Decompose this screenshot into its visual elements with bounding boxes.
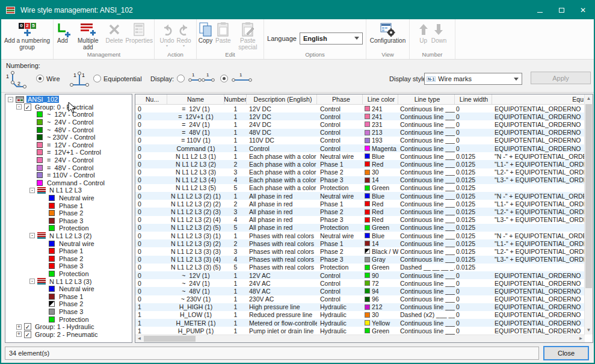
maximize-button[interactable] [550, 1, 572, 19]
vertical-scroll-thumb[interactable] [585, 104, 592, 288]
table-row[interactable]: 1H_HIGH (1)1High pressure lineHydraulic2… [135, 303, 585, 311]
add-button[interactable]: Add [54, 20, 72, 51]
table-row[interactable]: 0N L1 L2 L3 (5)5Each phase with a colorP… [135, 184, 585, 192]
table-row[interactable]: 1H_PUMP (1)1Pump inlet or drain lineHydr… [135, 327, 585, 335]
column-header-phase[interactable]: Phase [317, 94, 363, 104]
table-row[interactable]: 0N L1 L2 L3 (2) (2)2All phase in redPhas… [135, 200, 585, 208]
collapse-icon[interactable]: - [16, 104, 22, 110]
tree-item[interactable]: Neutral wire [5, 285, 132, 293]
wire-radio[interactable] [36, 75, 44, 82]
column-header-equipotential[interactable]: Equ [492, 94, 585, 104]
table-row[interactable]: 0N L1 L2 L3 (1)1Each phase with a colorN… [135, 152, 585, 160]
add-numbering-group-button[interactable]: 0 2 5 Add a numbering group [1, 20, 53, 51]
table-row[interactable]: 0N L1 L2 L3 (2) (4)4All phase in redPhas… [135, 216, 585, 224]
tree-item[interactable]: Phase 3 [5, 308, 132, 316]
display-one-mark-radio[interactable] [220, 75, 228, 82]
table-row[interactable]: 0N L1 L2 L3 (3) (4)4Phases with real col… [135, 256, 585, 264]
tree-item[interactable]: Phase 1 [5, 292, 132, 300]
tree-item[interactable]: = 12V - Control [5, 141, 132, 149]
vertical-scrollbar[interactable]: ▲ ▼ [584, 94, 593, 335]
collapse-icon[interactable]: - [29, 188, 35, 193]
display-style-select[interactable]: N-1 Wire marks [424, 73, 522, 85]
tree-item[interactable]: Phase 2 [5, 209, 132, 217]
tree-item[interactable]: Neutral wire [5, 239, 132, 247]
equipotential-radio[interactable] [93, 75, 101, 82]
tree-checkbox[interactable]: ✓ [24, 323, 31, 330]
horizontal-scrollbar[interactable]: ◄ ► [135, 335, 585, 342]
close-button[interactable]: Close [543, 346, 589, 360]
tree-item[interactable]: Protection [5, 315, 132, 323]
horizontal-scroll-thumb[interactable] [144, 336, 196, 342]
tree-checkbox[interactable]: ✓ [24, 331, 31, 338]
table-row[interactable]: 0N L1 L2 L3 (2) (1)1All phase in redNeut… [135, 192, 585, 200]
expand-icon[interactable]: + [16, 332, 22, 337]
table-row[interactable]: 0N L1 L2 L3 (3) (5)5Phases with real col… [135, 264, 585, 271]
table-row[interactable]: 0= 110V (1)1110V DCControl193Continuous … [135, 137, 585, 144]
table-row[interactable]: 0~ 48V (1)148V ACControl94Continuous lin… [135, 287, 585, 295]
tree-item[interactable]: ~ 24V - Control [5, 119, 132, 126]
table-row[interactable]: 0N L1 L2 L3 (4)4Each phase with a colorP… [135, 176, 585, 184]
tree-item[interactable]: ~ 230V - Control [5, 134, 132, 141]
configuration-button[interactable]: Configuration [369, 20, 407, 51]
column-header-number[interactable]: Number [224, 94, 247, 104]
table-row[interactable]: 0N L1 L2 L3 (3)3Each phase with a colorP… [135, 168, 585, 176]
tree-item[interactable]: Phase 3 [5, 262, 132, 270]
tree-checkbox[interactable]: ✓ [24, 103, 31, 111]
tree-item[interactable]: = 48V - Control [5, 164, 132, 171]
close-window-button[interactable]: ✕ [572, 1, 594, 19]
table-row[interactable]: 0N L1 L2 L3 (2) (3)3All phase in redPhas… [135, 208, 585, 215]
tree-item[interactable]: Command - Control [5, 179, 132, 187]
tree-item[interactable]: Phase 2 [5, 254, 132, 262]
column-header-line-width[interactable]: Line width [455, 94, 492, 104]
tree-item[interactable]: -N L1 L2 L3 (3) [5, 277, 132, 285]
scroll-left-icon[interactable]: ◄ [135, 335, 143, 342]
multiple-add-button[interactable]: Multiple add [72, 20, 105, 51]
table-row[interactable]: 0~ 24V (1)124V ACControl72Continuous lin… [135, 279, 585, 287]
tree-item[interactable]: Phase 1 [5, 202, 132, 209]
tree-item[interactable]: Protection [5, 224, 132, 232]
table-row[interactable]: 0N L1 L2 L3 (3) (2)2Phases with real col… [135, 239, 585, 247]
column-header-line-type[interactable]: Line type [398, 94, 455, 104]
table-row[interactable]: 0Command (1)1ControlControlMagentaContin… [135, 144, 585, 152]
table-row[interactable]: 0N L1 L2 L3 (3) (1)1Phases with real col… [135, 232, 585, 239]
tree-item[interactable]: +✓Group: 2 - Pneumatic [5, 330, 132, 338]
tree-item[interactable]: -N L1 L2 L3 [5, 187, 132, 194]
scroll-right-icon[interactable]: ► [577, 335, 585, 342]
column-header-name[interactable]: Name [167, 94, 224, 104]
collapse-icon[interactable]: - [8, 97, 13, 102]
tree-item[interactable]: = 110V - Control [5, 171, 132, 179]
display-wire-marks-radio[interactable] [177, 75, 185, 82]
table-row[interactable]: 0= 12V+1 (1)112V DCControl241Continuous … [135, 113, 585, 120]
tree-item[interactable]: Phase 1 [5, 247, 132, 255]
language-select[interactable]: English [300, 32, 363, 45]
tree-item[interactable]: Protection [5, 270, 132, 278]
minimize-button[interactable] [529, 1, 550, 19]
tree-item[interactable]: = 24V - Control [5, 156, 132, 164]
table-row[interactable]: 0= 24V (1)124V DCControl231Continuous li… [135, 120, 585, 128]
table-row[interactable]: 0N L1 L2 L3 (2)2Each phase with a colorP… [135, 160, 585, 168]
table-row[interactable]: 0N L1 L2 L3 (2) (5)5All phase in redProt… [135, 224, 585, 232]
tree-item[interactable]: Phase 2 [5, 300, 132, 308]
tree-item[interactable]: +✓Group: 1 - Hydraulic [5, 323, 132, 331]
table-row[interactable]: 1H_LOW (1)1Reduced pressure lineHydrauli… [135, 311, 585, 319]
table-row[interactable]: 0= 12V (1)112V DCControl241Continuous li… [135, 105, 585, 113]
expand-icon[interactable]: + [16, 324, 22, 330]
collapse-icon[interactable]: - [29, 279, 35, 284]
scroll-up-icon[interactable]: ▲ [585, 94, 593, 103]
column-header-description[interactable]: Description (English) [247, 94, 317, 104]
tree-item[interactable]: = 12V+1 - Control [5, 149, 132, 156]
collapse-icon[interactable]: - [29, 233, 35, 238]
tree-item[interactable]: Phase 3 [5, 217, 132, 225]
table-row[interactable]: 1H_METER (1)1Metered or flow-controlledH… [135, 319, 585, 327]
scroll-down-icon[interactable]: ▼ [585, 326, 593, 335]
table-row[interactable]: 0~ 12V (1)112V ACControl90Continuous lin… [135, 271, 585, 279]
tree-item[interactable]: ~ 48V - Control [5, 126, 132, 134]
copy-button[interactable]: Copy [197, 20, 214, 51]
table-row[interactable]: 0= 48V (1)148V DCControl213Continuous li… [135, 129, 585, 137]
table-row[interactable]: 0~ 230V (1)1230V ACControl96Continuous l… [135, 295, 585, 303]
tree-item[interactable]: Neutral wire [5, 194, 132, 202]
table-row[interactable]: 0N L1 L2 L3 (3) (3)3Phases with real col… [135, 247, 585, 255]
tree-item[interactable]: -N L1 L2 L3 (2) [5, 232, 132, 240]
column-header-line-color[interactable]: Line color [363, 94, 398, 104]
column-header-numbering[interactable]: Nu... [135, 94, 167, 104]
